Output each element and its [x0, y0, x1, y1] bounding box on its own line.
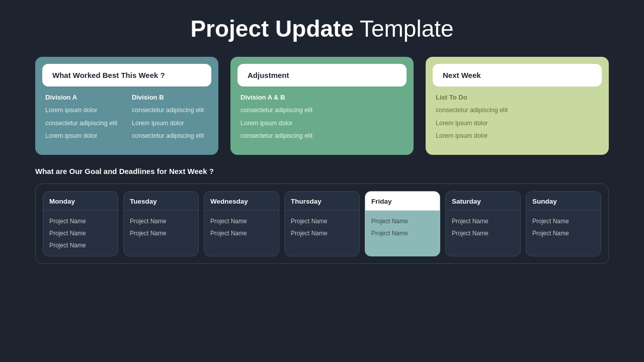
weekly-outer: Monday Project Name Project Name Project…	[35, 184, 609, 264]
card-what-worked: What Worked Best This Week ? Division A …	[35, 57, 218, 155]
page-title: Project Update Template	[35, 15, 609, 43]
list-todo-col: List To Do consectetur adipiscing elit L…	[436, 94, 599, 141]
day-name-tuesday: Tuesday	[130, 198, 192, 205]
division-b-col: Division B consectetur adipiscing elit L…	[132, 94, 208, 145]
list-todo-item-2: Lorem ipsum dolor	[436, 119, 599, 128]
division-a-item-1: Lorem ipsum dolor	[45, 106, 122, 115]
monday-project-1: Project Name	[49, 218, 112, 225]
day-body-wednesday: Project Name Project Name	[204, 211, 279, 244]
division-ab-col: Division A & B consectetur adipiscing el…	[240, 94, 404, 141]
day-body-friday: Project Name Project Name	[365, 211, 440, 244]
saturday-project-2: Project Name	[452, 230, 514, 237]
division-a-title: Division A	[45, 94, 122, 101]
division-b-item-3: consectetur adipiscing elit	[132, 132, 208, 141]
day-header-sunday: Sunday	[526, 192, 601, 211]
division-a-col: Division A Lorem ipsum dolor consectetur…	[45, 94, 122, 145]
card-header-what-worked: What Worked Best This Week ?	[42, 64, 211, 86]
card-header-adjustment: Adjustment	[237, 64, 407, 86]
card-next-week: Next Week List To Do consectetur adipisc…	[426, 57, 609, 155]
day-saturday: Saturday Project Name Project Name	[445, 191, 521, 256]
division-b-title: Division B	[132, 94, 208, 101]
day-header-friday: Friday	[365, 192, 440, 211]
day-body-sunday: Project Name Project Name	[526, 211, 601, 244]
division-b-item-2: Lorem ipsum dolor	[132, 119, 208, 128]
division-ab-item-3: consectetur adipiscing elit	[240, 132, 404, 141]
list-todo-title: List To Do	[436, 94, 599, 101]
card-title-what-worked: What Worked Best This Week ?	[52, 71, 201, 79]
card-body-next-week: List To Do consectetur adipiscing elit L…	[433, 94, 602, 148]
card-title-next-week: Next Week	[443, 71, 592, 79]
day-body-tuesday: Project Name Project Name	[124, 211, 198, 244]
day-name-monday: Monday	[49, 198, 112, 205]
card-title-adjustment: Adjustment	[248, 71, 396, 79]
top-cards-row: What Worked Best This Week ? Division A …	[35, 57, 609, 155]
card-header-next-week: Next Week	[433, 64, 602, 86]
day-sunday: Sunday Project Name Project Name	[526, 191, 601, 256]
day-name-thursday: Thursday	[291, 198, 353, 205]
card-adjustment: Adjustment Division A & B consectetur ad…	[230, 57, 414, 155]
division-ab-item-2: Lorem ipsum dolor	[240, 119, 404, 128]
day-thursday: Thursday Project Name Project Name	[284, 191, 360, 256]
thursday-project-1: Project Name	[291, 218, 353, 225]
page-wrapper: Project Update Template What Worked Best…	[0, 0, 644, 362]
goals-label: What are Our Goal and Deadlines for Next…	[35, 167, 609, 175]
day-name-wednesday: Wednesday	[210, 198, 273, 205]
title-light: Template	[354, 16, 454, 42]
friday-project-2: Project Name	[371, 230, 434, 237]
day-name-saturday: Saturday	[452, 198, 514, 205]
day-header-monday: Monday	[43, 192, 118, 211]
division-a-item-3: Lorem ipsum dolor	[45, 132, 122, 141]
day-monday: Monday Project Name Project Name Project…	[43, 191, 118, 256]
list-todo-item-1: consectetur adipiscing elit	[436, 106, 599, 115]
friday-project-1: Project Name	[371, 218, 434, 225]
wednesday-project-2: Project Name	[210, 230, 273, 237]
card-body-what-worked: Division A Lorem ipsum dolor consectetur…	[42, 94, 211, 148]
saturday-project-1: Project Name	[452, 218, 514, 225]
list-todo-item-3: Lorem ipsum dolor	[436, 132, 599, 141]
division-ab-item-1: consectetur adipiscing elit	[240, 106, 404, 115]
day-friday: Friday Project Name Project Name	[365, 191, 440, 256]
sunday-project-2: Project Name	[532, 230, 595, 237]
day-body-saturday: Project Name Project Name	[446, 211, 520, 244]
day-header-saturday: Saturday	[446, 192, 520, 211]
day-body-thursday: Project Name Project Name	[285, 211, 359, 244]
division-a-item-2: consectetur adipiscing elit	[45, 119, 122, 128]
tuesday-project-2: Project Name	[130, 230, 192, 237]
day-header-wednesday: Wednesday	[204, 192, 279, 211]
card-body-adjustment: Division A & B consectetur adipiscing el…	[237, 94, 407, 148]
day-name-sunday: Sunday	[532, 198, 595, 205]
tuesday-project-1: Project Name	[130, 218, 192, 225]
day-wednesday: Wednesday Project Name Project Name	[204, 191, 279, 256]
division-ab-title: Division A & B	[240, 94, 404, 101]
title-bold: Project Update	[190, 16, 354, 42]
day-body-monday: Project Name Project Name Project Name	[43, 211, 118, 256]
day-tuesday: Tuesday Project Name Project Name	[123, 191, 199, 256]
division-b-item-1: consectetur adipiscing elit	[132, 106, 208, 115]
monday-project-3: Project Name	[49, 242, 112, 249]
thursday-project-2: Project Name	[291, 230, 353, 237]
monday-project-2: Project Name	[49, 230, 112, 237]
day-header-thursday: Thursday	[285, 192, 359, 211]
wednesday-project-1: Project Name	[210, 218, 273, 225]
day-header-tuesday: Tuesday	[124, 192, 198, 211]
weekly-grid: Monday Project Name Project Name Project…	[43, 191, 601, 256]
day-name-friday: Friday	[371, 198, 434, 205]
sunday-project-1: Project Name	[532, 218, 595, 225]
